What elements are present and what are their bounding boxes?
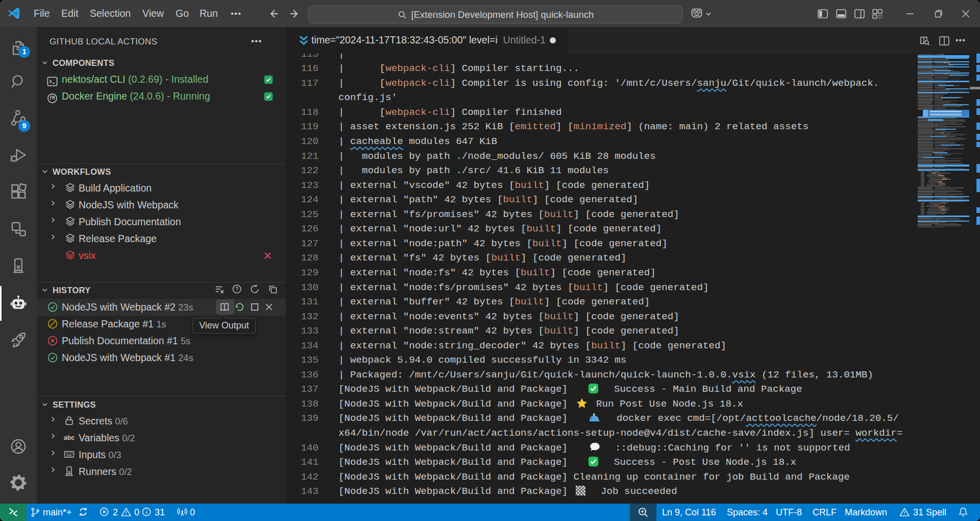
svg-text:?: ? bbox=[235, 286, 238, 292]
svg-text:abc: abc bbox=[64, 434, 75, 441]
